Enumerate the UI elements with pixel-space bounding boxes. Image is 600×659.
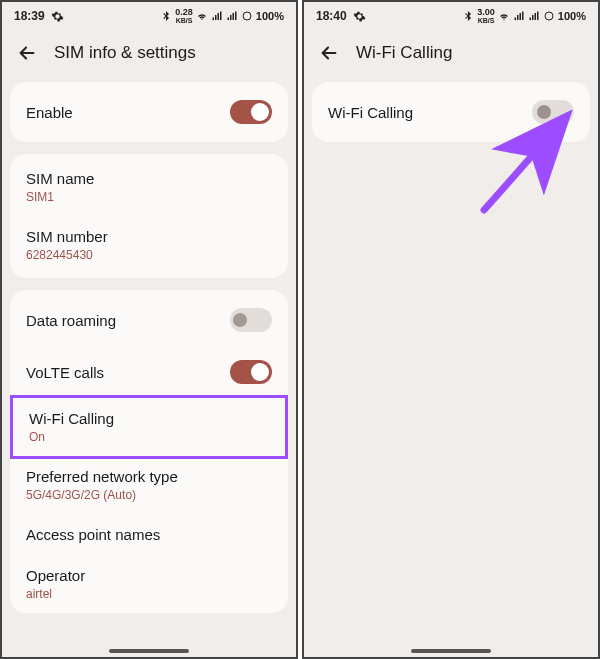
preferred-network-label: Preferred network type	[26, 468, 272, 485]
wifi-calling-label: Wi-Fi Calling	[29, 410, 269, 427]
wifi-calling-label: Wi-Fi Calling	[328, 104, 413, 121]
volte-row[interactable]: VoLTE calls	[10, 346, 288, 398]
volte-toggle[interactable]	[230, 360, 272, 384]
data-roaming-toggle[interactable]	[230, 308, 272, 332]
battery-percent: 100%	[256, 10, 284, 22]
wifi-calling-value: On	[29, 430, 269, 444]
arrow-left-icon	[318, 42, 340, 64]
apn-label: Access point names	[26, 526, 272, 543]
preferred-network-value: 5G/4G/3G/2G (Auto)	[26, 488, 272, 502]
network-card: Data roaming VoLTE calls Wi-Fi Calling O…	[10, 290, 288, 613]
sim-name-value: SIM1	[26, 190, 272, 204]
network-speed: 3.00KB/S	[477, 8, 495, 24]
network-speed: 0.28KB/S	[175, 8, 193, 24]
signal-icon	[513, 10, 525, 22]
gear-icon	[51, 10, 64, 23]
operator-label: Operator	[26, 567, 272, 584]
page-title: Wi-Fi Calling	[356, 43, 452, 63]
right-phone-screen: 18:40 3.00KB/S 100% Wi-Fi Calling Wi-Fi …	[302, 0, 600, 659]
bluetooth-icon	[160, 10, 172, 22]
enable-label: Enable	[26, 104, 73, 121]
data-roaming-label: Data roaming	[26, 312, 116, 329]
signal-icon	[211, 10, 223, 22]
left-phone-screen: 18:39 0.28KB/S 100% SIM info & settings …	[0, 0, 298, 659]
sim-number-row[interactable]: SIM number 6282445430	[10, 216, 288, 274]
sim-number-value: 6282445430	[26, 248, 272, 262]
operator-row[interactable]: Operator airtel	[10, 555, 288, 613]
status-time: 18:40	[316, 9, 347, 23]
signal-icon-2	[226, 10, 238, 22]
sim-number-label: SIM number	[26, 228, 272, 245]
back-button[interactable]	[16, 42, 38, 64]
svg-point-0	[243, 12, 251, 20]
apn-row[interactable]: Access point names	[10, 514, 288, 555]
signal-icon-2	[528, 10, 540, 22]
bluetooth-icon	[462, 10, 474, 22]
status-bar: 18:39 0.28KB/S 100%	[2, 2, 296, 28]
home-indicator[interactable]	[411, 649, 491, 653]
home-indicator[interactable]	[109, 649, 189, 653]
arrow-left-icon	[16, 42, 38, 64]
enable-row[interactable]: Enable	[10, 86, 288, 138]
wifi-calling-toggle-row[interactable]: Wi-Fi Calling	[312, 86, 590, 138]
back-button[interactable]	[318, 42, 340, 64]
sim-name-label: SIM name	[26, 170, 272, 187]
data-roaming-row[interactable]: Data roaming	[10, 294, 288, 346]
preferred-network-row[interactable]: Preferred network type 5G/4G/3G/2G (Auto…	[10, 456, 288, 514]
enable-card: Enable	[10, 82, 288, 142]
wifi-calling-card: Wi-Fi Calling	[312, 82, 590, 142]
svg-point-1	[545, 12, 553, 20]
page-header: Wi-Fi Calling	[304, 28, 598, 82]
gear-icon	[353, 10, 366, 23]
battery-percent: 100%	[558, 10, 586, 22]
enable-toggle[interactable]	[230, 100, 272, 124]
status-bar: 18:40 3.00KB/S 100%	[304, 2, 598, 28]
sim-name-row[interactable]: SIM name SIM1	[10, 158, 288, 216]
page-title: SIM info & settings	[54, 43, 196, 63]
battery-outline-icon	[241, 10, 253, 22]
page-header: SIM info & settings	[2, 28, 296, 82]
wifi-icon	[498, 10, 510, 22]
wifi-icon	[196, 10, 208, 22]
operator-value: airtel	[26, 587, 272, 601]
sim-info-card: SIM name SIM1 SIM number 6282445430	[10, 154, 288, 278]
wifi-calling-row[interactable]: Wi-Fi Calling On	[10, 395, 288, 459]
volte-label: VoLTE calls	[26, 364, 104, 381]
status-time: 18:39	[14, 9, 45, 23]
wifi-calling-toggle[interactable]	[532, 100, 574, 124]
battery-outline-icon	[543, 10, 555, 22]
